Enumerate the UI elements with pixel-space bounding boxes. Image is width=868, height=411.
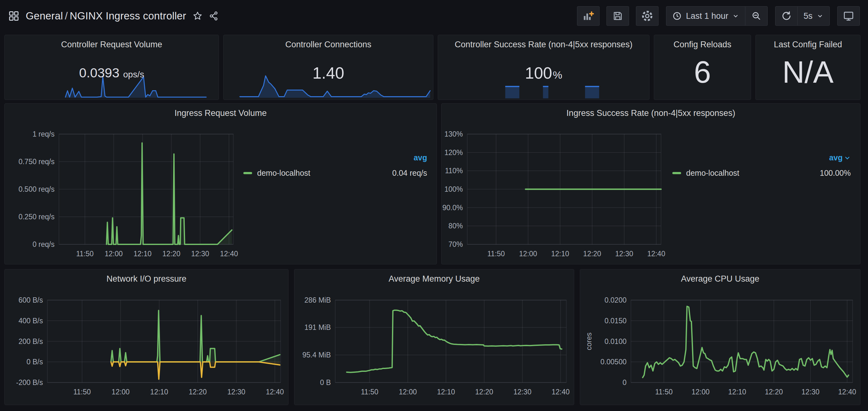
- zoom-out-button[interactable]: [745, 7, 767, 25]
- svg-text:12:20: 12:20: [162, 250, 181, 258]
- panel-controller-success-rate: Controller Success Rate (non-4|5xx respo…: [438, 35, 649, 100]
- svg-text:0.00500: 0.00500: [600, 358, 626, 366]
- svg-text:0.250 req/s: 0.250 req/s: [19, 213, 55, 221]
- chevron-down-icon: [844, 155, 851, 161]
- svg-text:0 B: 0 B: [320, 378, 331, 386]
- svg-text:1 req/s: 1 req/s: [33, 130, 55, 138]
- legend-sort-avg[interactable]: avg: [672, 153, 851, 162]
- svg-text:12:00: 12:00: [112, 388, 130, 396]
- average-memory-usage-chart[interactable]: 286 MiB191 MiB95.4 MiB0 B11:5012:0012:10…: [298, 287, 571, 404]
- time-picker-group: Last 1 hour: [666, 6, 768, 26]
- svg-text:110%: 110%: [445, 167, 463, 175]
- add-panel-button[interactable]: [577, 6, 599, 26]
- panel-network-io-pressure: Network I/O pressure 600 B/s400 B/s200 B…: [4, 269, 288, 405]
- series-avg-value: 100.00%: [820, 169, 851, 178]
- ingress-success-rate-chart[interactable]: 130%120%110%100%90.0%80%70%11:5012:0012:…: [441, 122, 664, 262]
- save-dashboard-button[interactable]: [607, 6, 629, 26]
- panel-last-config-failed: Last Config Failed N/A: [755, 35, 861, 100]
- svg-text:12:00: 12:00: [105, 250, 123, 258]
- refresh-group: 5s: [775, 6, 830, 26]
- panel-title[interactable]: Controller Connections: [224, 35, 433, 49]
- share-icon[interactable]: [209, 11, 219, 21]
- svg-text:12:40: 12:40: [838, 388, 857, 396]
- svg-text:0 B/s: 0 B/s: [27, 358, 43, 366]
- average-cpu-usage-chart[interactable]: 0.02000.01500.01000.00500011:5012:0012:1…: [583, 287, 857, 404]
- panel-title[interactable]: Config Reloads: [654, 35, 751, 49]
- series-avg-value: 0.04 req/s: [392, 169, 427, 178]
- svg-text:12:00: 12:00: [691, 388, 710, 396]
- svg-text:100%: 100%: [444, 185, 463, 193]
- breadcrumb[interactable]: General/NGINX Ingress controller: [26, 10, 186, 22]
- svg-text:12:00: 12:00: [399, 388, 417, 396]
- svg-text:12:20: 12:20: [189, 388, 207, 396]
- svg-text:400 B/s: 400 B/s: [19, 317, 43, 325]
- series-swatch: [672, 172, 681, 174]
- svg-text:0 req/s: 0 req/s: [33, 240, 55, 248]
- legend-sort-avg[interactable]: avg: [243, 153, 427, 162]
- svg-text:12:20: 12:20: [475, 388, 493, 396]
- svg-text:95.4 MiB: 95.4 MiB: [302, 351, 331, 359]
- svg-text:120%: 120%: [444, 148, 463, 157]
- panel-title[interactable]: Controller Request Volume: [5, 35, 219, 49]
- svg-text:12:30: 12:30: [513, 388, 531, 396]
- chevron-down-icon: [732, 12, 739, 20]
- svg-text:12:10: 12:10: [728, 388, 746, 396]
- svg-text:11:50: 11:50: [361, 388, 378, 396]
- panel-title[interactable]: Ingress Request Volume: [5, 104, 436, 118]
- stat-value: 1.40: [312, 64, 344, 82]
- panel-title[interactable]: Ingress Success Rate (non-4|5xx response…: [441, 104, 860, 118]
- star-icon[interactable]: [192, 11, 203, 21]
- legend-item: demo-localhost 0.04 req/s: [243, 169, 427, 178]
- refresh-button[interactable]: [775, 7, 798, 25]
- svg-text:12:30: 12:30: [191, 250, 210, 258]
- svg-text:0: 0: [622, 378, 626, 386]
- dashboards-grid-icon[interactable]: [8, 10, 20, 22]
- svg-text:12:30: 12:30: [227, 388, 246, 396]
- refresh-interval-picker[interactable]: 5s: [798, 7, 830, 25]
- panel-average-cpu-usage: Average CPU Usage 0.02000.01500.01000.00…: [580, 269, 861, 405]
- stat-value: 100 %: [525, 64, 562, 82]
- stat-value: 0.0393 ops/s: [79, 66, 144, 80]
- svg-text:12:30: 12:30: [802, 388, 820, 396]
- svg-text:12:40: 12:40: [647, 250, 665, 258]
- network-io-pressure-chart[interactable]: 600 B/s400 B/s200 B/s0 B/s-200 B/s11:501…: [8, 287, 285, 404]
- svg-text:12:30: 12:30: [615, 250, 633, 258]
- svg-text:0.0150: 0.0150: [604, 317, 626, 325]
- chevron-down-icon: [816, 12, 824, 20]
- panel-controller-request-volume: Controller Request Volume 0.0393 ops/s: [4, 35, 219, 100]
- svg-text:600 B/s: 600 B/s: [19, 296, 43, 304]
- svg-text:12:40: 12:40: [552, 388, 570, 396]
- legend: avg demo-localhost 0.04 req/s: [235, 122, 436, 264]
- svg-text:70%: 70%: [448, 240, 463, 248]
- series-name[interactable]: demo-localhost: [257, 169, 310, 178]
- svg-text:12:20: 12:20: [765, 388, 783, 396]
- panel-title[interactable]: Controller Success Rate (non-4|5xx respo…: [438, 35, 649, 49]
- time-range-label: Last 1 hour: [686, 11, 728, 21]
- svg-text:200 B/s: 200 B/s: [19, 337, 43, 345]
- svg-text:191 MiB: 191 MiB: [305, 323, 331, 332]
- svg-text:130%: 130%: [444, 130, 463, 138]
- svg-text:12:10: 12:10: [551, 250, 569, 258]
- panel-title[interactable]: Last Config Failed: [756, 35, 860, 49]
- panel-title[interactable]: Average CPU Usage: [580, 269, 860, 284]
- legend: avg demo-localhost 100.00%: [664, 122, 860, 264]
- stat-value: 6: [694, 55, 711, 90]
- series-name[interactable]: demo-localhost: [686, 169, 739, 178]
- kiosk-mode-button[interactable]: [837, 6, 860, 26]
- svg-text:12:10: 12:10: [133, 250, 152, 258]
- dashboard-settings-button[interactable]: [636, 6, 658, 26]
- clock-icon: [672, 11, 682, 21]
- panel-ingress-success-rate: Ingress Success Rate (non-4|5xx response…: [441, 103, 861, 264]
- svg-text:12:20: 12:20: [583, 250, 601, 258]
- svg-text:0.0100: 0.0100: [604, 337, 626, 345]
- panel-controller-connections: Controller Connections 1.40: [223, 35, 433, 100]
- svg-text:-200 B/s: -200 B/s: [16, 378, 43, 386]
- svg-text:90.0%: 90.0%: [442, 204, 463, 212]
- panel-title[interactable]: Network I/O pressure: [5, 269, 288, 284]
- ingress-request-volume-chart[interactable]: 1 req/s0.750 req/s0.500 req/s0.250 req/s…: [5, 122, 235, 262]
- series-swatch: [243, 172, 252, 174]
- refresh-interval-label: 5s: [803, 11, 812, 21]
- time-range-picker[interactable]: Last 1 hour: [666, 7, 745, 25]
- svg-text:12:40: 12:40: [266, 388, 284, 396]
- panel-title[interactable]: Average Memory Usage: [294, 269, 574, 284]
